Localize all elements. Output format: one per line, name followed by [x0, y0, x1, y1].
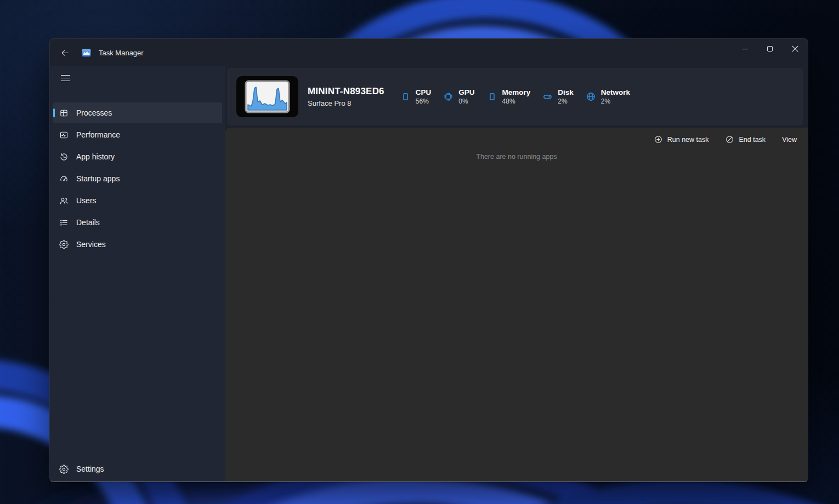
stat-memory: Memory 48% [486, 88, 531, 105]
sidebar-item-label: Performance [76, 130, 120, 139]
resource-stats: CPU 56% G [400, 88, 630, 105]
network-icon [585, 91, 597, 102]
minimize-button[interactable] [732, 39, 757, 59]
titlebar[interactable]: Task Manager [50, 39, 808, 66]
task-manager-graph-icon [236, 76, 298, 117]
sidebar-item-settings[interactable]: Settings [53, 459, 222, 479]
cpu-icon [400, 91, 411, 102]
stat-cpu: CPU 56% [400, 88, 432, 105]
end-task-icon [725, 135, 734, 144]
hamburger-menu-icon [61, 75, 70, 76]
sidebar-item-performance[interactable]: Performance [53, 124, 222, 145]
performance-icon [59, 130, 69, 140]
device-header-card: MININT-N893ED6 Surface Pro 8 CPU [227, 68, 803, 125]
sidebar-item-label: Startup apps [76, 174, 120, 183]
stat-gpu: GPU 0% [443, 88, 474, 105]
maximize-button[interactable] [757, 39, 783, 59]
stat-network: Network 2% [585, 88, 630, 105]
back-arrow-icon [60, 48, 70, 58]
window-body: Processes Performance [50, 66, 808, 482]
sidebar-item-label: Users [76, 196, 97, 205]
sidebar-item-label: Services [76, 240, 106, 249]
sidebar: Processes Performance [50, 66, 225, 482]
processes-icon [59, 108, 69, 118]
desktop: Task Manager [0, 0, 839, 504]
sidebar-item-startup-apps[interactable]: Startup apps [53, 168, 222, 189]
empty-state-message: There are no running apps [225, 153, 808, 161]
minimize-icon [742, 49, 748, 49]
view-button[interactable]: View [782, 136, 797, 144]
stat-disk: Disk 2% [542, 88, 574, 105]
sidebar-item-services[interactable]: Services [53, 234, 222, 255]
device-model: Surface Pro 8 [308, 99, 384, 107]
sidebar-item-app-history[interactable]: App history [53, 146, 222, 167]
memory-icon [486, 91, 498, 102]
task-manager-window: Task Manager [49, 38, 808, 482]
sidebar-item-label: Details [76, 218, 100, 227]
close-button[interactable] [783, 39, 808, 59]
device-name: MININT-N893ED6 [308, 86, 384, 97]
task-manager-app-icon [82, 48, 91, 58]
end-task-button[interactable]: End task [725, 135, 766, 144]
hamburger-menu-button[interactable] [55, 70, 75, 86]
startup-apps-icon [59, 174, 69, 184]
settings-icon [59, 465, 69, 474]
maximize-icon [767, 46, 773, 51]
app-history-icon [59, 152, 69, 162]
services-icon [59, 240, 69, 249]
gpu-icon [443, 91, 454, 102]
processes-panel: Run new task End task [225, 128, 808, 482]
run-new-task-button[interactable]: Run new task [654, 135, 709, 144]
sidebar-item-users[interactable]: Users [53, 190, 222, 211]
window-title: Task Manager [99, 49, 144, 57]
disk-icon [542, 91, 553, 102]
run-new-task-icon [654, 135, 663, 144]
sidebar-item-details[interactable]: Details [53, 212, 222, 233]
sidebar-item-label: Processes [76, 108, 112, 117]
close-icon [792, 45, 798, 52]
device-info: MININT-N893ED6 Surface Pro 8 [308, 86, 384, 107]
back-button[interactable] [55, 44, 74, 61]
details-icon [59, 218, 69, 227]
users-icon [59, 196, 69, 205]
toolbar: Run new task End task [225, 128, 808, 144]
sidebar-item-label: App history [76, 152, 115, 161]
sidebar-nav: Processes Performance [53, 102, 222, 256]
sidebar-item-label: Settings [76, 465, 104, 473]
sidebar-item-processes[interactable]: Processes [53, 102, 222, 123]
main-content: MININT-N893ED6 Surface Pro 8 CPU [225, 66, 808, 482]
window-controls [732, 39, 808, 59]
